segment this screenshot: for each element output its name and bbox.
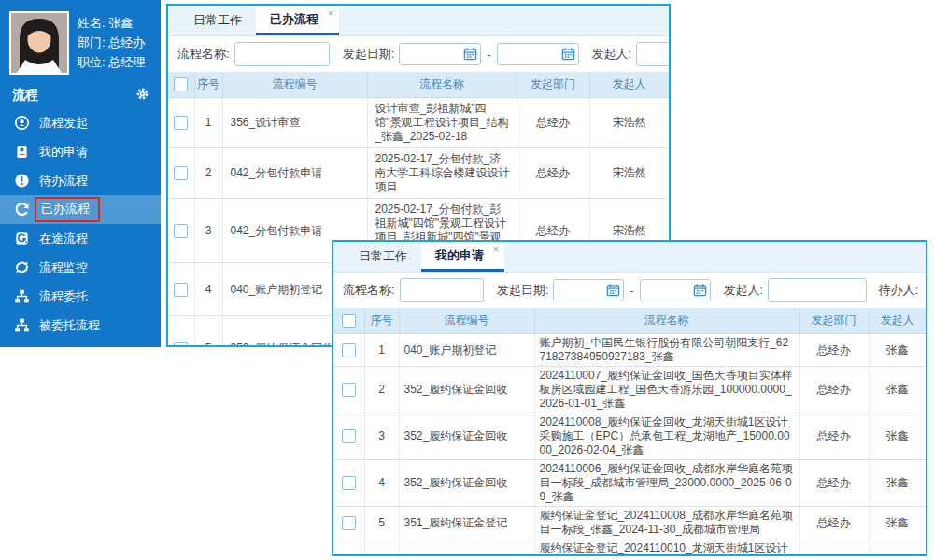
user-name-value: 张鑫 (108, 16, 133, 30)
calendar-icon[interactable] (693, 283, 707, 297)
row-checkbox[interactable] (342, 516, 356, 530)
table-row[interactable]: 3 352_履约保证金回收 2024110008_履约保证金回收_龙湖天街城1区… (333, 413, 926, 460)
row-checkbox[interactable] (342, 555, 356, 556)
start-date-label: 发起日期: (497, 282, 549, 299)
sidebar-item-process-delegate[interactable]: 流程委托 (0, 282, 161, 311)
cell-initiator: 张鑫 (869, 539, 926, 557)
sidebar-item-process-search-clipped[interactable]: 流程检索 (0, 340, 161, 347)
table-row[interactable]: 2 042_分包付款申请 2025-02-17_分包付款_济南大学工科综合楼建设… (168, 148, 669, 199)
cell-process-code: 356_设计审查 (222, 98, 367, 148)
done-panel-tabbar: 日常工作 已办流程 × (168, 6, 669, 36)
col-initiator: 发起人 (869, 308, 926, 334)
monitor-sync-icon (14, 259, 30, 275)
tab-label: 已办流程 (270, 11, 318, 28)
my-panel-filters: 流程名称: 发起日期: - 发起人: 待办人: (333, 273, 926, 308)
my-applications-panel: 日常工作 我的申请 × 流程名称: 发起日期: - (332, 240, 927, 556)
cell-start-dept: 总经办 (517, 98, 589, 148)
row-checkbox[interactable] (342, 429, 356, 443)
sidebar-item-label: 流程委托 (39, 288, 88, 305)
row-checkbox[interactable] (174, 116, 188, 130)
tab-daily-work[interactable]: 日常工作 (345, 242, 421, 272)
tab-label: 日常工作 (193, 12, 242, 29)
process-name-input[interactable] (234, 42, 330, 66)
process-section-header: 流程 (0, 82, 161, 108)
calendar-icon[interactable] (606, 283, 620, 297)
sidebar-item-my-applications[interactable]: 我的申请 (0, 137, 161, 166)
in-transit-icon (14, 231, 30, 246)
col-process-code: 流程编号 (222, 72, 367, 98)
cell-initiator: 张鑫 (869, 334, 926, 367)
todo-person-label: 待办人: (878, 282, 921, 299)
cell-start-dept: 总经办 (517, 148, 589, 199)
cell-seq: 3 (364, 413, 399, 460)
row-checkbox[interactable] (342, 476, 356, 490)
table-row[interactable]: 1 356_设计审查 设计审查_彭祖新城"四馆"景观工程设计项目_结构_张鑫_2… (168, 98, 669, 148)
sidebar-item-in-transit-processes[interactable]: 在途流程 (0, 224, 161, 253)
cell-start-dept: 总经办 (799, 507, 869, 539)
sidebar-item-process-monitor[interactable]: 流程监控 (0, 253, 161, 282)
calendar-icon[interactable] (463, 47, 477, 61)
sidebar-item-done-processes[interactable]: 已办流程 (0, 195, 161, 224)
cell-process-name: 履约保证金登记_2024110008_成都水岸华庭名苑项目一标段_张鑫_2024… (534, 507, 799, 539)
gear-icon[interactable] (135, 87, 149, 104)
calendar-icon[interactable] (561, 47, 575, 61)
cell-start-dept: 总经办 (799, 539, 869, 557)
sidebar-item-label: 我的申请 (39, 144, 88, 161)
done-refresh-icon (14, 202, 30, 217)
row-checkbox[interactable] (174, 224, 188, 238)
col-start-dept: 发起部门 (799, 308, 869, 334)
row-checkbox[interactable] (174, 342, 188, 347)
user-dept-value: 总经办 (108, 35, 145, 49)
sidebar-item-label: 待办流程 (39, 173, 88, 189)
select-all-checkbox[interactable] (174, 77, 188, 91)
cell-seq: 5 (194, 316, 222, 348)
table-row[interactable]: 5 351_履约保证金登记 履约保证金登记_2024110008_成都水岸华庭名… (333, 507, 926, 539)
table-row[interactable]: 1 040_账户期初登记 账户期初_中国民生银行股份有限公司朝阳支行_62718… (333, 334, 926, 367)
tab-my-applications[interactable]: 我的申请 × (421, 242, 504, 272)
sidebar-item-label: 被委托流程 (39, 317, 100, 334)
sidebar-item-delegated-processes[interactable]: 被委托流程 (0, 311, 161, 340)
row-checkbox[interactable] (342, 383, 356, 397)
select-all-checkbox[interactable] (342, 314, 356, 328)
date-separator: - (630, 284, 633, 298)
process-name-label: 流程名称: (343, 282, 395, 299)
row-checkbox[interactable] (174, 166, 188, 180)
row-checkbox[interactable] (174, 283, 188, 297)
cell-start-dept: 总经办 (799, 413, 869, 460)
my-panel-tabbar: 日常工作 我的申请 × (333, 242, 926, 273)
cell-seq: 5 (364, 507, 399, 539)
cell-seq: 4 (194, 263, 222, 316)
close-icon[interactable]: × (493, 245, 499, 255)
tab-label: 日常工作 (359, 248, 407, 265)
tab-done-processes[interactable]: 已办流程 × (256, 6, 339, 35)
cell-initiator: 张鑫 (869, 460, 926, 507)
cell-seq: 1 (364, 334, 399, 367)
cell-seq: 6 (364, 539, 399, 557)
close-icon[interactable]: × (328, 8, 333, 19)
cell-seq: 2 (364, 367, 399, 413)
app-window: 姓名: 张鑫 部门: 总经办 职位: 总经理 流程 流程发起 (0, 0, 934, 560)
table-row[interactable]: 6 351_履约保证金登记 履约保证金登记_2024110010_龙湖天街城1区… (333, 539, 926, 557)
sidebar-menu: 流程发起 我的申请 待办流程 已办流程 (0, 108, 161, 347)
avatar (9, 11, 69, 75)
cell-initiator: 宋浩然 (589, 98, 669, 148)
cell-seq: 3 (194, 199, 222, 263)
sidebar-item-process-start[interactable]: 流程发起 (0, 108, 161, 137)
initiator-input[interactable] (768, 278, 867, 302)
table-row[interactable]: 4 352_履约保证金回收 2024110006_履约保证金回收_成都水岸华庭名… (333, 460, 926, 507)
col-seq: 序号 (364, 308, 399, 334)
cell-initiator: 张鑫 (869, 507, 926, 539)
col-initiator: 发起人 (589, 72, 669, 98)
col-start-dept: 发起部门 (517, 72, 589, 98)
sidebar-item-label: 在途流程 (39, 231, 88, 247)
sidebar-item-todo-processes[interactable]: 待办流程 (0, 166, 161, 195)
cell-initiator: 张鑫 (869, 367, 926, 413)
tab-daily-work[interactable]: 日常工作 (179, 6, 256, 35)
col-process-code: 流程编号 (399, 308, 534, 334)
initiator-input[interactable] (636, 42, 669, 66)
table-row[interactable]: 2 352_履约保证金回收 2024110007_履约保证金回收_国色天香项目实… (333, 367, 926, 413)
process-name-input[interactable] (400, 278, 484, 302)
row-checkbox[interactable] (342, 343, 356, 357)
user-name-label: 姓名: (78, 16, 106, 30)
search-icon (14, 346, 30, 347)
